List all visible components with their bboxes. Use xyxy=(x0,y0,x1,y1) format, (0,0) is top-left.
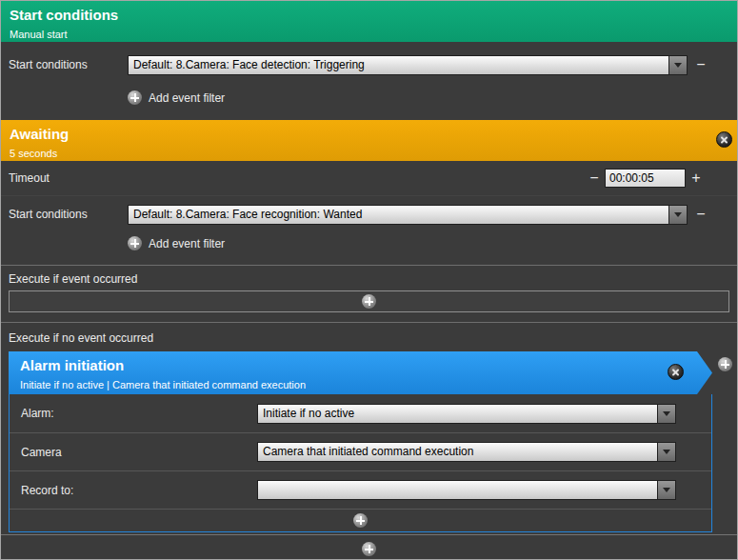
dropdown-arrow-button[interactable] xyxy=(657,442,676,462)
dropdown-arrow-button[interactable] xyxy=(657,480,676,500)
start-condition-row: Start conditions Default: 8.Camera: Face… xyxy=(1,54,737,75)
chevron-down-icon xyxy=(674,212,682,217)
close-icon[interactable] xyxy=(716,131,732,148)
alarm-initiation-title: Alarm initiation xyxy=(20,357,704,373)
timeout-row: Timeout − + xyxy=(1,161,737,196)
add-icon xyxy=(128,90,142,105)
record-to-select[interactable] xyxy=(257,480,676,500)
awaiting-condition-select[interactable]: Default: 8.Camera: Face recognition: Wan… xyxy=(128,205,688,225)
add-event-filter-label: Add event filter xyxy=(149,91,225,105)
timeout-increase-button[interactable]: + xyxy=(689,170,703,187)
start-conditions-body: Start conditions Default: 8.Camera: Face… xyxy=(1,42,737,120)
start-conditions-subtitle: Manual start xyxy=(10,29,728,40)
chevron-down-icon xyxy=(674,63,682,68)
dropdown-arrow-button[interactable] xyxy=(657,404,676,424)
add-action-bar[interactable] xyxy=(9,290,729,312)
awaiting-condition-value: Default: 8.Camera: Face recognition: Wan… xyxy=(128,205,668,225)
add-event-filter-button[interactable]: Add event filter xyxy=(128,90,737,105)
awaiting-add-filter-section: Add event filter xyxy=(1,236,737,265)
execute-if-event-body xyxy=(1,289,737,322)
execute-if-no-event-label: Execute if no event occurred xyxy=(9,331,153,345)
start-condition-value: Default: 8.Camera: Face detection: Trigg… xyxy=(128,55,668,75)
record-to-label: Record to: xyxy=(21,484,257,497)
record-to-value xyxy=(257,480,657,500)
timeout-decrease-button[interactable]: − xyxy=(588,170,601,187)
alarm-label: Alarm: xyxy=(21,407,257,420)
add-icon xyxy=(362,542,376,556)
alarm-value: Initiate if no active xyxy=(257,404,657,424)
start-conditions-header: Start conditions Manual start xyxy=(1,1,737,42)
alarm-initiation-section: Alarm initiation Initiate if no active |… xyxy=(1,351,737,531)
chevron-down-icon xyxy=(663,450,670,454)
dropdown-arrow-button[interactable] xyxy=(668,55,688,75)
macro-editor-window: Start conditions Manual start Start cond… xyxy=(0,0,738,560)
start-condition-label: Start conditions xyxy=(9,58,128,71)
camera-value: Camera that initiated command execution xyxy=(257,442,657,462)
execute-if-no-event-section: Execute if no event occurred xyxy=(1,322,737,348)
close-icon[interactable] xyxy=(668,364,684,380)
chevron-down-icon xyxy=(663,411,670,416)
camera-label: Camera xyxy=(21,446,257,459)
add-event-filter-label: Add event filter xyxy=(149,237,225,250)
awaiting-condition-row: Start conditions Default: 8.Camera: Face… xyxy=(1,204,737,225)
start-condition-select[interactable]: Default: 8.Camera: Face detection: Trigg… xyxy=(128,55,688,75)
awaiting-subtitle: 5 seconds xyxy=(10,148,728,159)
camera-row: Camera Camera that initiated command exe… xyxy=(10,432,711,470)
record-to-row: Record to: xyxy=(10,470,711,509)
alarm-initiation-body: Alarm: Initiate if no active Camera Came… xyxy=(9,394,712,532)
alarm-initiation-panel: Alarm initiation Initiate if no active |… xyxy=(9,351,712,532)
remove-condition-button[interactable]: − xyxy=(694,56,708,73)
alarm-initiation-subtitle: Initiate if no active | Camera that init… xyxy=(20,379,704,390)
add-icon xyxy=(353,513,368,528)
chevron-down-icon xyxy=(663,488,670,492)
awaiting-condition-label: Start conditions xyxy=(9,208,128,221)
alarm-row: Alarm: Initiate if no active xyxy=(10,394,711,432)
alarm-initiation-header: Alarm initiation Initiate if no active |… xyxy=(9,351,712,394)
execute-if-event-section: Execute if event occurred xyxy=(1,265,737,289)
add-event-filter-button[interactable]: Add event filter xyxy=(128,236,737,250)
add-icon xyxy=(128,236,142,250)
add-block-bar[interactable] xyxy=(1,534,737,560)
dropdown-arrow-button[interactable] xyxy=(668,205,688,225)
awaiting-title: Awaiting xyxy=(10,126,728,142)
timeout-input[interactable] xyxy=(605,169,686,188)
execute-if-event-label: Execute if event occurred xyxy=(9,272,137,286)
remove-condition-button[interactable]: − xyxy=(694,206,708,223)
awaiting-condition-section: Start conditions Default: 8.Camera: Face… xyxy=(1,196,737,232)
alarm-select[interactable]: Initiate if no active xyxy=(257,404,676,424)
camera-select[interactable]: Camera that initiated command execution xyxy=(257,442,676,462)
add-icon xyxy=(362,294,376,309)
awaiting-header: Awaiting 5 seconds xyxy=(1,120,737,161)
add-parameter-bar[interactable] xyxy=(10,509,711,531)
start-conditions-title: Start conditions xyxy=(10,7,728,23)
add-block-beside-button[interactable] xyxy=(718,357,732,371)
timeout-label: Timeout xyxy=(9,171,50,185)
